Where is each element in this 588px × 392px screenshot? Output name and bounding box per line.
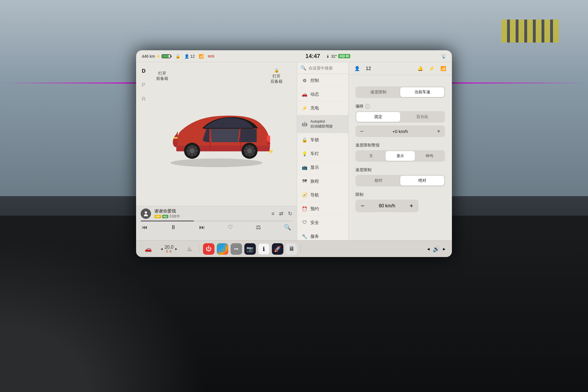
settings-item-control[interactable]: ⚙ 控制 bbox=[297, 74, 348, 88]
info-icon: ℹ bbox=[263, 246, 265, 252]
settings-item-schedule[interactable]: ⏰ 预约 bbox=[297, 202, 348, 216]
front-trunk-action[interactable]: 打开 前备箱 bbox=[156, 71, 168, 81]
volume-icon[interactable]: 🔊 bbox=[433, 246, 440, 252]
temp-right-arrow[interactable]: ► bbox=[175, 247, 178, 251]
limit-label: 限制 bbox=[355, 192, 445, 197]
settings-search-bar[interactable]: 🔍 bbox=[297, 62, 348, 74]
trips-label: 旅程 bbox=[310, 179, 319, 184]
wifi-icon-header[interactable]: 📶 bbox=[440, 66, 446, 71]
fixed-option[interactable]: 固定 bbox=[356, 112, 400, 122]
limit-minus-btn[interactable]: − bbox=[355, 200, 370, 212]
vol-right-arrow[interactable]: ► bbox=[442, 247, 446, 251]
charge-port-indicator: ⚡ bbox=[268, 149, 274, 154]
settings-item-safety[interactable]: 🛡 安全 bbox=[297, 216, 348, 230]
offset-minus-btn[interactable]: − bbox=[355, 125, 368, 137]
app-info[interactable]: ℹ bbox=[258, 243, 270, 255]
settings-item-lights[interactable]: 💡 车灯 bbox=[297, 147, 348, 161]
app-browser[interactable]: 🖥 bbox=[286, 243, 297, 255]
search-music-button[interactable]: 🔍 bbox=[284, 224, 291, 231]
settings-right-panel: 👤 12 🔔 ⚡ 📶 速度限制 当前车速 bbox=[349, 62, 452, 240]
speed-warning-control[interactable]: 关 显示 蜂鸣 bbox=[355, 150, 445, 162]
prev-button[interactable]: ⏮ bbox=[142, 224, 148, 231]
taskbar-temp-control[interactable]: ◄ 20.0 🪑🪑 ► bbox=[157, 243, 181, 255]
browser-icon: 🖥 bbox=[289, 246, 294, 252]
taskbar-car[interactable]: 🚗 bbox=[142, 244, 155, 254]
settings-item-service[interactable]: 🔧 服务 bbox=[297, 230, 348, 240]
bell-icon[interactable]: 🔔 bbox=[417, 66, 423, 71]
settings-item-lock[interactable]: 🔒 车锁 bbox=[297, 133, 348, 147]
absolute-option[interactable]: 绝对 bbox=[400, 176, 444, 186]
taskbar-hvac[interactable]: ♨ bbox=[183, 244, 196, 254]
artist-avatar bbox=[143, 211, 149, 217]
gear-indicator: D P R bbox=[142, 68, 146, 102]
settings-menu: 🔍 ⚙ 控制 🚗 动态 ⚡ 充电 🤖 Autopilot自动辅助驾驶 🔒 bbox=[297, 62, 349, 240]
offset-type-control[interactable]: 固定 百分比 bbox=[355, 111, 445, 123]
limit-plus-btn[interactable]: + bbox=[404, 200, 419, 212]
app-rocket[interactable]: 🚀 bbox=[272, 243, 283, 255]
pause-button[interactable]: ⏸ bbox=[171, 224, 176, 231]
gear-r: R bbox=[142, 96, 146, 102]
offset-info-icon[interactable]: i bbox=[365, 104, 370, 109]
lock-indicator: 🔒 bbox=[274, 68, 279, 73]
speed-limit-type-control[interactable]: 相对 绝对 bbox=[355, 175, 445, 186]
camera-icon: 📷 bbox=[246, 246, 254, 252]
status-center: 14:47 🌡 32° AQI 40 bbox=[305, 53, 350, 59]
front-trunk-label: 打开 bbox=[156, 71, 168, 76]
taskbar-divider-1 bbox=[199, 245, 200, 253]
temp-value: 20.0 bbox=[165, 245, 173, 250]
app-maps[interactable]: 🌐 bbox=[217, 243, 228, 255]
percent-option[interactable]: 百分比 bbox=[400, 112, 444, 122]
warning-beep-option[interactable]: 蜂鸣 bbox=[415, 151, 444, 161]
road-stripe bbox=[501, 20, 559, 43]
repeat-icon[interactable]: ↻ bbox=[288, 211, 292, 217]
rocket-icon: 🚀 bbox=[274, 246, 281, 252]
temp-left-arrow[interactable]: ◄ bbox=[160, 247, 163, 251]
rear-trunk-sublabel: 后备箱 bbox=[270, 79, 283, 84]
autopilot-icon: 🤖 bbox=[302, 121, 307, 127]
warning-display-option[interactable]: 显示 bbox=[386, 151, 415, 161]
rear-trunk-action[interactable]: 🔒 打开 后备箱 bbox=[270, 68, 283, 84]
like-button[interactable]: ♡ bbox=[228, 224, 233, 231]
service-icon: 🔧 bbox=[302, 234, 307, 239]
offset-plus-btn[interactable]: + bbox=[432, 125, 445, 137]
gear-p: P bbox=[142, 82, 146, 88]
hq-badge: HQ bbox=[162, 215, 169, 218]
current-speed-option[interactable]: 当前车速 bbox=[400, 87, 444, 97]
warning-off-option[interactable]: 关 bbox=[356, 151, 386, 161]
settings-item-display[interactable]: 📺 显示 bbox=[297, 161, 348, 175]
car-svg bbox=[159, 100, 274, 169]
charging-icon: ⚡ bbox=[302, 105, 307, 111]
steering-wheel-area bbox=[0, 235, 206, 392]
settings-item-navigation[interactable]: 🧭 导航 bbox=[297, 188, 348, 202]
equalizer-button[interactable]: ⚖ bbox=[256, 224, 261, 231]
shuffle-icon[interactable]: ⇄ bbox=[279, 211, 283, 217]
bluetooth-icon[interactable]: ⚡ bbox=[429, 66, 435, 71]
vol-left-arrow[interactable]: ◄ bbox=[426, 247, 430, 251]
app-power[interactable]: ⏻ bbox=[203, 243, 214, 255]
offset-value: +0 km/h bbox=[368, 129, 432, 134]
artist-name: 刘德华 bbox=[169, 214, 180, 219]
app-camera[interactable]: 📷 bbox=[244, 243, 256, 255]
relative-option[interactable]: 相对 bbox=[356, 176, 400, 186]
settings-item-charging[interactable]: ⚡ 充电 bbox=[297, 101, 348, 115]
queue-icon[interactable]: ≡ bbox=[271, 211, 274, 217]
battery-fill bbox=[162, 55, 169, 58]
next-button[interactable]: ⏭ bbox=[199, 224, 205, 231]
schedule-label: 预约 bbox=[310, 206, 319, 212]
progress-bar[interactable] bbox=[141, 221, 292, 221]
seat-icons: 🪑🪑 bbox=[165, 250, 172, 253]
settings-item-autopilot[interactable]: 🤖 Autopilot自动辅助驾驶 bbox=[297, 115, 348, 133]
speed-source-control[interactable]: 速度限制 当前车速 bbox=[355, 86, 445, 98]
charge-icon: ⚡ bbox=[156, 54, 160, 58]
progress-fill bbox=[141, 221, 194, 221]
settings-search-input[interactable] bbox=[309, 66, 345, 70]
speed-limit-type-section: 速度限制 相对 绝对 bbox=[355, 167, 445, 186]
app-more[interactable]: ••• bbox=[231, 243, 242, 255]
speed-limit-option[interactable]: 速度限制 bbox=[356, 87, 400, 97]
settings-item-dynamic[interactable]: 🚗 动态 bbox=[297, 88, 348, 101]
search-icon: 🔍 bbox=[301, 65, 306, 71]
car-taskbar-icon: 🚗 bbox=[145, 246, 152, 252]
song-title: 谢谢你爱我 bbox=[154, 208, 180, 214]
wifi-icon-status: 📶 bbox=[199, 54, 204, 59]
settings-item-trips[interactable]: 🗺 旅程 bbox=[297, 175, 348, 188]
